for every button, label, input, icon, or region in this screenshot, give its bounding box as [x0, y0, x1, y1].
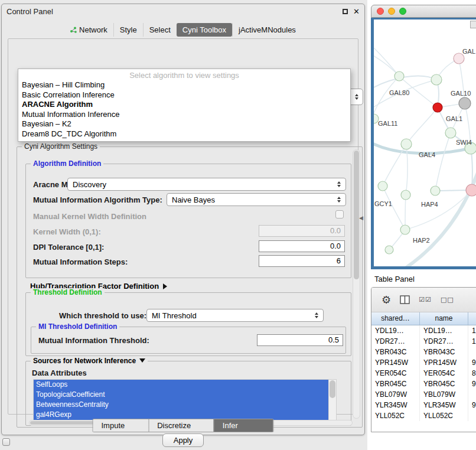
table-cell: YDL19… [420, 325, 468, 336]
network-edge [374, 54, 399, 76]
tab-style[interactable]: Style [113, 23, 143, 37]
data-attributes-list: SelfLoops TopologicalCoefficient Between… [33, 379, 337, 423]
network-node[interactable] [401, 190, 410, 200]
algorithm-option[interactable]: Basic Correlation Inference [18, 90, 350, 100]
network-canvas-svg[interactable]: GALGAL80GAL10GAL11GAL1SWI4GAL4GCY1HAP4HA… [374, 19, 476, 266]
network-node[interactable] [466, 184, 476, 196]
table-row[interactable]: YDL19…YDL19…13 [371, 325, 476, 336]
combobox-value: Discovery [73, 180, 337, 189]
combobox-value: MI Threshold [152, 311, 315, 320]
network-node[interactable] [431, 74, 442, 85]
tab-infer-network[interactable]: Infer Network [214, 419, 273, 432]
close-traffic-light[interactable] [377, 8, 384, 15]
attribute-item-selected[interactable]: BetweennessCentrality [34, 400, 328, 410]
algorithm-dropdown-popup: Select algorithm to view settings Bayesi… [18, 69, 351, 142]
group-title: Threshold Definition [31, 288, 105, 296]
table-cell: YLL052C [371, 410, 420, 421]
table-cell: 9. [468, 379, 476, 389]
column-header[interactable] [468, 312, 476, 325]
network-node[interactable] [445, 128, 456, 138]
sources-label: Sources for Network Inference [33, 357, 136, 365]
tab-impute-data[interactable]: Impute Data [93, 419, 149, 432]
apply-button[interactable]: Apply [162, 433, 204, 447]
application-root: Control Panel ✕ Network Style Select Cyn… [0, 0, 476, 450]
column-header[interactable]: name [420, 312, 468, 325]
which-threshold-combobox[interactable]: MI Threshold [146, 309, 324, 322]
columns-icon[interactable] [400, 295, 410, 304]
table-cell: YLR345W [420, 400, 468, 410]
tab-select[interactable]: Select [143, 23, 177, 37]
collapsed-panel-icon[interactable] [2, 438, 10, 446]
algorithm-option-selected[interactable]: ARACNE Algorithm [18, 100, 350, 110]
network-canvas[interactable]: GALGAL80GAL10GAL11GAL1SWI4GAL4GCY1HAP4HA… [374, 19, 476, 266]
table-row[interactable]: YBR043CYBR043C [371, 347, 476, 357]
network-node[interactable] [431, 186, 440, 195]
attribute-item-selected[interactable]: SelfLoops [34, 380, 328, 390]
cyni-bottom-tab-bar: Impute Data Discretize Data Infer Networ… [93, 419, 274, 432]
zoom-traffic-light[interactable] [399, 8, 406, 15]
mi-threshold-field[interactable]: 0.5 [257, 334, 343, 346]
column-header[interactable]: shared… [371, 312, 420, 325]
algorithm-option[interactable]: Mutual Information Inference [18, 110, 350, 120]
network-node[interactable] [433, 103, 442, 112]
network-window-titlebar[interactable] [371, 5, 476, 18]
table-row[interactable]: YLL052CYLL052C [371, 410, 476, 421]
deselect-all-checkboxes-icon[interactable]: □□ [441, 296, 454, 303]
minimize-traffic-light[interactable] [388, 8, 395, 15]
network-edge [374, 76, 399, 119]
tab-jactivemnodules[interactable]: jActiveMNodules [232, 23, 302, 37]
attribute-list-scrollbar[interactable] [328, 380, 336, 422]
table-row[interactable]: YDR27…YDR27…12 [371, 336, 476, 347]
table-cell [468, 347, 476, 357]
manual-kernel-checkbox[interactable] [335, 210, 344, 219]
collapse-down-icon [139, 358, 145, 363]
control-panel-window: Control Panel ✕ Network Style Select Cyn… [1, 4, 365, 435]
table-row[interactable]: YLR345WYLR345W9. [371, 400, 476, 410]
close-window-icon[interactable]: ✕ [353, 8, 360, 15]
mi-steps-label: Mutual Information Steps: [33, 257, 128, 266]
kernel-width-field[interactable]: 0.0 [259, 225, 345, 237]
combobox-arrows-icon [337, 181, 341, 187]
table-row[interactable]: YER054CYER054C8. [371, 368, 476, 379]
mi-threshold-label: Mutual Information Threshold: [38, 336, 149, 345]
table-cell: YPR145W [420, 357, 468, 368]
tab-network[interactable]: Network [64, 23, 113, 37]
settings-vertical-scrollbar[interactable] [353, 149, 360, 419]
table-row[interactable]: YBL079WYBL079W [371, 389, 476, 400]
expand-right-icon [163, 283, 167, 289]
table-cell [468, 389, 476, 400]
aracne-mode-combobox[interactable]: Discovery [67, 178, 346, 191]
table-cell [468, 410, 476, 421]
algorithm-option[interactable]: Dream8 DC_TDC Algorithm [18, 129, 350, 139]
network-node[interactable] [400, 225, 410, 234]
attribute-item-selected[interactable]: TopologicalCoefficient [34, 390, 328, 400]
dpi-tolerance-field[interactable]: 0.0 [259, 240, 345, 252]
table-cell: 8. [468, 368, 476, 379]
mi-type-combobox[interactable]: Naive Bayes [167, 193, 346, 206]
canvas-corner-button[interactable] [470, 21, 476, 28]
table-cell: YBR043C [371, 347, 420, 357]
network-node[interactable] [385, 246, 393, 254]
algorithm-option[interactable]: Bayesian – Hill Climbing [18, 80, 350, 90]
network-node-label: GCY1 [374, 200, 392, 207]
tab-discretize-data[interactable]: Discretize Data [148, 419, 214, 432]
network-node-label: GAL4 [419, 151, 435, 158]
network-node-label: SWI4 [456, 139, 472, 146]
network-node[interactable] [401, 139, 412, 149]
mi-threshold-group: MI Threshold Definition Mutual Informati… [31, 327, 346, 354]
network-node[interactable] [459, 97, 471, 109]
float-window-icon[interactable] [343, 9, 348, 14]
network-node[interactable] [395, 71, 404, 81]
table-row[interactable]: YBR045CYBR045C9. [371, 379, 476, 389]
sources-collapse-header[interactable]: Sources for Network Inference [31, 357, 148, 365]
select-all-checkboxes-icon[interactable]: ☑☑ [419, 296, 432, 303]
split-pane-collapse-arrow[interactable]: ◀ [359, 215, 363, 221]
combobox-arrows-icon [315, 312, 318, 318]
gear-icon[interactable]: ⚙ [382, 295, 391, 305]
algorithm-option[interactable]: Bayesian – K2 [18, 119, 350, 129]
network-node[interactable] [378, 181, 387, 191]
table-cell: YBL079W [371, 389, 420, 400]
tab-cyni-toolbox[interactable]: Cyni Toolbox [177, 23, 232, 37]
table-row[interactable]: YPR145WYPR145W9. [371, 357, 476, 368]
mi-steps-field[interactable]: 6 [259, 255, 345, 267]
